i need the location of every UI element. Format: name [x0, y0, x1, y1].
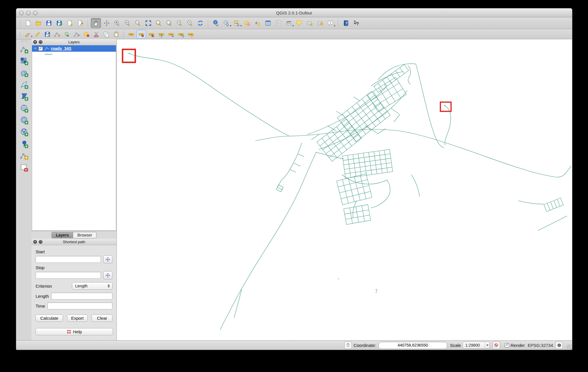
cut-features-button[interactable] — [92, 30, 101, 38]
shortest-path-close-icon[interactable] — [33, 240, 37, 244]
deselect-features-button[interactable] — [242, 18, 252, 28]
stop-render-button[interactable] — [493, 341, 500, 349]
node-tool-button[interactable] — [72, 30, 81, 38]
identify-features-button[interactable]: i — [211, 18, 221, 28]
rotate-label-button[interactable]: abc — [176, 30, 185, 38]
dropdown-arrow-icon[interactable]: ▾ — [230, 25, 231, 27]
show-bookmarks-button[interactable] — [315, 18, 325, 28]
zoom-window-button[interactable] — [33, 11, 38, 15]
start-input[interactable] — [36, 256, 101, 263]
pan-to-selection-button[interactable] — [102, 18, 111, 28]
toolbar-handle[interactable] — [19, 31, 21, 38]
dropdown-arrow-icon[interactable]: ▾ — [292, 25, 294, 27]
render-checkbox[interactable] — [505, 343, 509, 347]
zoom-to-layer-button[interactable] — [164, 18, 174, 28]
layer-row-roads-34s[interactable]: roads_34S — [32, 45, 116, 52]
add-postgis-layer-button[interactable] — [18, 67, 30, 78]
dropdown-arrow-icon[interactable]: ▾ — [240, 25, 242, 27]
calculate-button[interactable]: Calculate — [36, 315, 63, 322]
select-by-expression-button[interactable]: ε — [253, 18, 262, 28]
title-bar[interactable]: QGIS 2.0.1-Dufour — [16, 8, 572, 17]
current-edits-button[interactable]: ▾ — [23, 30, 32, 38]
select-features-button[interactable]: ▾ — [232, 18, 241, 28]
open-project-button[interactable] — [34, 18, 43, 28]
remove-layer-button[interactable] — [18, 162, 30, 173]
dropdown-arrow-icon[interactable]: ▾ — [31, 35, 32, 38]
help-button[interactable]: Help — [36, 328, 113, 335]
add-feature-button[interactable] — [53, 30, 62, 38]
pin-unpin-labels-button[interactable]: ab — [136, 30, 146, 39]
add-mssql-layer-button[interactable] — [18, 91, 30, 102]
zoom-next-button[interactable] — [185, 18, 195, 28]
layer-visibility-checkbox[interactable] — [38, 46, 43, 51]
criterion-select[interactable]: Length — [72, 282, 112, 290]
tab-layers[interactable]: Layers — [51, 232, 73, 238]
scale-combo[interactable]: 1:29800 — [463, 342, 490, 349]
text-annotation-button[interactable]: T▾ — [326, 18, 335, 28]
move-label-button[interactable]: abc — [167, 30, 175, 38]
whats-this-button[interactable]: ? — [352, 18, 361, 28]
pan-map-button[interactable] — [91, 18, 101, 28]
stop-input[interactable] — [36, 272, 101, 279]
add-vector-layer-button[interactable] — [18, 44, 30, 55]
toolbar-handle[interactable] — [19, 20, 21, 27]
layer-labeling-options-button[interactable]: abc — [127, 30, 136, 38]
dropdown-arrow-icon[interactable]: ▾ — [334, 25, 335, 27]
open-attribute-table-button[interactable] — [263, 18, 273, 28]
composer-manager-button[interactable] — [75, 18, 85, 28]
add-delimited-text-layer-button[interactable] — [18, 138, 30, 149]
close-window-button[interactable] — [19, 11, 24, 15]
toggle-extents-button[interactable] — [344, 341, 352, 349]
length-output-field[interactable] — [51, 293, 112, 300]
new-shapefile-layer-button[interactable] — [18, 150, 30, 161]
export-button[interactable]: Export — [67, 315, 88, 322]
clear-button[interactable]: Clear — [92, 315, 112, 322]
shortest-path-float-icon[interactable] — [39, 240, 42, 244]
minimize-window-button[interactable] — [26, 11, 31, 15]
add-wcs-layer-button[interactable] — [18, 115, 30, 126]
new-bookmark-button[interactable] — [305, 18, 314, 28]
change-label-properties-button[interactable]: abc — [186, 30, 195, 38]
map-tips-button[interactable] — [294, 18, 304, 28]
zoom-to-selection-button[interactable] — [154, 18, 163, 28]
new-project-button[interactable] — [23, 18, 33, 28]
save-project-button[interactable] — [44, 18, 53, 28]
delete-selected-button[interactable] — [82, 30, 91, 38]
toggle-editing-button[interactable] — [33, 30, 42, 38]
zoom-last-button[interactable] — [175, 18, 184, 28]
show-hide-labels-button[interactable]: abc — [157, 30, 166, 38]
capture-start-point-button[interactable] — [103, 255, 112, 263]
field-calculator-button[interactable] — [273, 18, 283, 28]
new-print-composer-button[interactable] — [65, 18, 74, 28]
add-wms-layer-button[interactable] — [18, 103, 30, 114]
zoom-actual-size-button[interactable]: 1:1 — [133, 18, 143, 28]
copy-features-button[interactable] — [102, 30, 111, 38]
zoom-in-button[interactable] — [112, 18, 122, 28]
zoom-out-button[interactable] — [123, 18, 132, 28]
refresh-map-button[interactable] — [195, 18, 205, 28]
add-wfs-layer-button[interactable] — [18, 127, 30, 137]
toolbar-handle[interactable] — [21, 40, 27, 42]
capture-stop-point-button[interactable] — [103, 271, 112, 279]
move-feature-button[interactable] — [62, 30, 71, 38]
expand-triangle-icon[interactable] — [34, 48, 37, 49]
tab-browser[interactable]: Browser — [73, 232, 96, 238]
resize-grip[interactable] — [567, 345, 572, 349]
layers-tree[interactable]: roads_34S — [32, 45, 116, 231]
paste-features-button[interactable] — [112, 30, 121, 38]
layers-panel-close-icon[interactable] — [33, 40, 37, 44]
highlight-pinned-labels-button[interactable]: ab — [147, 30, 156, 38]
add-spatialite-layer-button[interactable] — [18, 79, 30, 90]
run-feature-action-button[interactable]: ▾ — [221, 18, 231, 28]
time-output-field[interactable] — [47, 302, 112, 309]
layers-panel-float-icon[interactable] — [39, 40, 42, 44]
save-layer-edits-button[interactable] — [43, 30, 52, 38]
save-project-as-button[interactable] — [54, 18, 64, 28]
zoom-full-button[interactable] — [143, 18, 153, 28]
coordinate-field[interactable] — [378, 342, 447, 349]
help-contents-button[interactable]: ? — [341, 18, 351, 28]
measure-line-button[interactable]: ▾ — [284, 18, 293, 28]
add-raster-layer-button[interactable] — [18, 55, 30, 66]
map-canvas[interactable] — [117, 39, 572, 341]
crs-button[interactable] — [555, 341, 563, 349]
